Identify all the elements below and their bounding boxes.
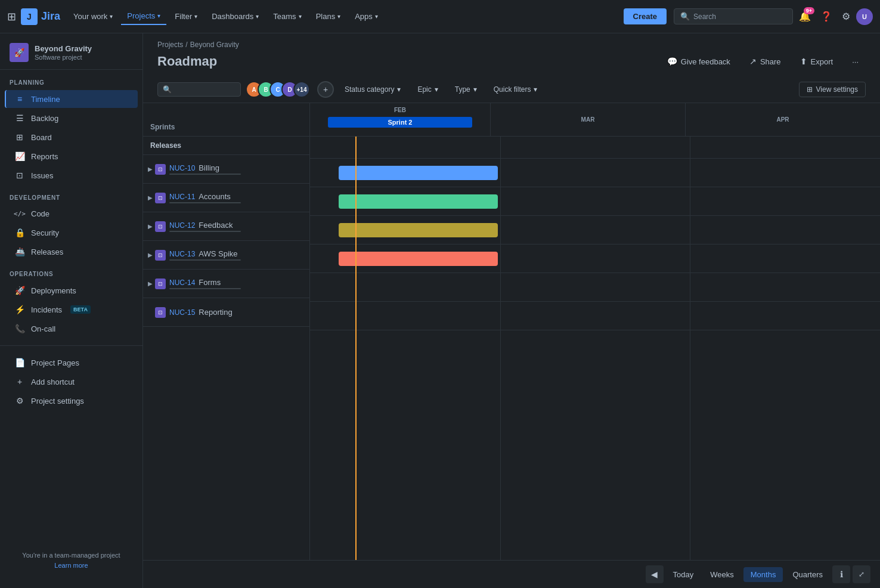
sidebar-item-add-shortcut[interactable]: + Add shortcut xyxy=(5,373,138,391)
back-nav-button[interactable]: ◀ xyxy=(646,565,664,583)
gantt-row-nuc14[interactable]: ▶ ⊡ NUC-14Forms xyxy=(143,270,309,298)
sidebar-item-incidents[interactable]: ⚡ Incidents BETA xyxy=(5,301,138,318)
row-underline-nuc10 xyxy=(169,174,241,175)
more-icon: ··· xyxy=(852,57,859,66)
give-feedback-button[interactable]: 💬 Give feedback xyxy=(660,54,738,69)
weeks-button[interactable]: Weeks xyxy=(703,567,741,582)
export-button[interactable]: ⬆ Export xyxy=(793,54,841,69)
sidebar-item-label: Code xyxy=(31,209,49,218)
search-bar[interactable]: 🔍 Search xyxy=(674,8,793,24)
sidebar-item-project-settings[interactable]: ⚙ Project settings xyxy=(5,392,138,410)
sidebar-item-deployments[interactable]: 🚀 Deployments xyxy=(5,281,138,299)
gantt-row-nuc15[interactable]: ▶ ⊡ NUC-15Reporting xyxy=(143,298,309,327)
sidebar-project[interactable]: 🚀 Beyond Gravity Software project xyxy=(0,33,142,70)
notifications-button[interactable]: 🔔 9+ xyxy=(795,7,814,26)
sidebar-item-oncall[interactable]: 📞 On-call xyxy=(5,320,138,338)
nav-teams[interactable]: Teams ▾ xyxy=(267,8,307,24)
chevron-down-icon: ▾ xyxy=(435,85,438,94)
sidebar-item-label: Issues xyxy=(31,171,54,180)
help-button[interactable]: ❓ xyxy=(817,7,836,26)
months-button[interactable]: Months xyxy=(743,567,783,582)
gantt-row-nuc10[interactable]: ▶ ⊡ NUC-10Billing xyxy=(143,155,309,184)
quarters-button[interactable]: Quarters xyxy=(785,567,830,582)
sidebar-item-security[interactable]: 🔒 Security xyxy=(5,224,138,242)
gantt-row-nuc13[interactable]: ▶ ⊡ NUC-13AWS Spike xyxy=(143,241,309,270)
gantt-row-nuc11[interactable]: ▶ ⊡ NUC-11Accounts xyxy=(143,184,309,212)
expand-icon[interactable]: ▶ xyxy=(148,194,153,201)
project-icon: 🚀 xyxy=(10,43,29,62)
row-id-nuc12: NUC-12 xyxy=(169,221,195,230)
search-input[interactable] xyxy=(175,85,236,94)
breadcrumb-projects[interactable]: Projects xyxy=(157,41,183,49)
sidebar-item-label: Releases xyxy=(31,247,63,256)
status-category-filter[interactable]: Status category ▾ xyxy=(339,82,407,97)
breadcrumb-beyond-gravity[interactable]: Beyond Gravity xyxy=(190,41,239,49)
type-filter[interactable]: Type ▾ xyxy=(449,82,483,97)
sidebar-item-code[interactable]: </> Code xyxy=(5,205,138,222)
grid-icon[interactable]: ⊞ xyxy=(7,10,16,23)
operations-section-label: OPERATIONS xyxy=(0,261,142,281)
nav-apps[interactable]: Apps ▾ xyxy=(349,8,384,24)
chevron-down-icon: ▾ xyxy=(375,13,378,20)
quick-filters-filter[interactable]: Quick filters ▾ xyxy=(488,82,544,97)
user-avatar[interactable]: U xyxy=(856,8,873,25)
sidebar-item-issues[interactable]: ⊡ Issues xyxy=(5,166,138,184)
sidebar-item-releases[interactable]: 🚢 Releases xyxy=(5,243,138,261)
share-button[interactable]: ↗ Share xyxy=(742,54,788,69)
sidebar-item-label: Deployments xyxy=(31,286,76,295)
nav-plans[interactable]: Plans ▾ xyxy=(310,8,347,24)
gantt-month-apr: APR xyxy=(686,103,880,136)
row-underline-nuc12 xyxy=(169,231,241,232)
nav-filter[interactable]: Filter ▾ xyxy=(169,8,203,24)
today-button[interactable]: Today xyxy=(666,567,701,582)
team-managed-text: You're in a team-managed project xyxy=(10,550,133,561)
more-options-button[interactable]: ··· xyxy=(845,54,866,69)
project-name: Beyond Gravity xyxy=(35,44,92,54)
gantt-bar-nuc10 xyxy=(339,166,498,180)
fullscreen-button[interactable]: ⤢ xyxy=(853,565,870,583)
gantt-row-nuc12[interactable]: ▶ ⊡ NUC-12Feedback xyxy=(143,212,309,241)
code-icon: </> xyxy=(14,210,25,218)
sidebar-item-timeline[interactable]: ≡ Timeline xyxy=(5,90,138,108)
expand-icon[interactable]: ▶ xyxy=(148,252,153,258)
sidebar-item-backlog[interactable]: ☰ Backlog xyxy=(5,109,138,127)
info-button[interactable]: ℹ xyxy=(832,565,850,583)
epic-filter[interactable]: Epic ▾ xyxy=(411,82,444,97)
gantt-month-feb: FEB Sprint 2 xyxy=(310,103,491,136)
settings-button[interactable]: ⚙ xyxy=(838,7,854,26)
timeline-icon: ≡ xyxy=(14,94,25,104)
view-settings-button[interactable]: ⊞ View settings xyxy=(799,82,866,97)
create-button[interactable]: Create xyxy=(624,8,667,24)
expand-icon[interactable]: ▶ xyxy=(148,223,153,230)
toolbar-search[interactable]: 🔍 xyxy=(157,82,241,97)
row-title-nuc10: Billing xyxy=(199,163,219,172)
chevron-down-icon: ▾ xyxy=(256,13,259,20)
sidebar-item-board[interactable]: ⊞ Board xyxy=(5,128,138,146)
row-id-nuc10: NUC-10 xyxy=(169,164,195,172)
nav-your-work[interactable]: Your work ▾ xyxy=(67,8,119,24)
jira-logo[interactable]: J Jira xyxy=(21,8,60,25)
gantt-left-body: Releases ▶ ⊡ NUC-10Billing ▶ ⊡ xyxy=(143,137,309,327)
sidebar-divider xyxy=(0,345,142,346)
nav-dashboards[interactable]: Dashboards ▾ xyxy=(206,8,265,24)
gantt-bar-row-nuc11 xyxy=(310,187,880,216)
add-user-button[interactable]: + xyxy=(317,81,334,98)
sidebar-item-reports[interactable]: 📈 Reports xyxy=(5,147,138,165)
sidebar-item-project-pages[interactable]: 📄 Project Pages xyxy=(5,354,138,372)
sidebar-item-label: Backlog xyxy=(31,114,58,123)
bottom-bar: ◀ Today Weeks Months Quarters ℹ ⤢ xyxy=(143,560,880,588)
avatar-count[interactable]: +14 xyxy=(293,81,310,98)
main-content: Projects / Beyond Gravity Roadmap 💬 Give… xyxy=(143,33,880,588)
gantt-section-releases: Releases xyxy=(143,137,309,155)
expand-icon[interactable]: ▶ xyxy=(148,166,153,172)
sidebar-item-label: On-call xyxy=(31,324,55,333)
row-title-nuc14: Forms xyxy=(199,278,221,287)
project-sub: Software project xyxy=(35,54,92,61)
board-icon: ⊞ xyxy=(14,132,25,142)
learn-more-link[interactable]: Learn more xyxy=(54,562,88,569)
sidebar-item-label: Project settings xyxy=(31,397,84,406)
backlog-icon: ☰ xyxy=(14,113,25,123)
expand-icon[interactable]: ▶ xyxy=(148,280,153,287)
nav-projects[interactable]: Projects ▾ xyxy=(121,8,166,25)
chevron-down-icon: ▾ xyxy=(534,85,537,94)
